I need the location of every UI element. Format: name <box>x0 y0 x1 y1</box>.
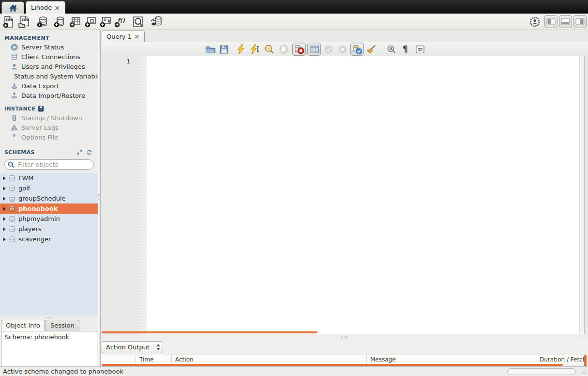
create-function-button[interactable]: f() <box>113 15 127 29</box>
toggle-left-sidebar-button[interactable] <box>544 15 558 28</box>
save-script-button[interactable] <box>218 43 230 55</box>
toggle-output-area-button[interactable] <box>559 15 572 28</box>
stop-hand-icon <box>279 44 289 54</box>
editor-vertical-scrollbar[interactable] <box>579 56 584 334</box>
limit-rows-button[interactable] <box>307 43 321 56</box>
expander-icon[interactable] <box>3 187 6 190</box>
window-resize-grip-icon[interactable] <box>580 368 587 375</box>
close-tab-icon[interactable]: × <box>54 4 60 11</box>
combo-spinner-icon[interactable] <box>153 342 163 353</box>
expander-icon[interactable] <box>3 207 6 211</box>
expand-schemas-icon[interactable] <box>76 149 82 155</box>
explain-button[interactable] <box>263 43 275 55</box>
output-view-label: Action Output <box>102 344 153 351</box>
tab-connection[interactable]: Linode × <box>26 1 65 14</box>
schema-row-groupschedule[interactable]: groupSchedule <box>0 193 98 204</box>
schema-row-players[interactable]: players <box>0 224 98 234</box>
sidebar-item-startup-shutdown[interactable]: Startup / Shutdown <box>0 113 98 123</box>
word-wrap-button[interactable] <box>414 43 426 55</box>
search-icon <box>8 161 15 168</box>
schema-inspector-icon: i <box>36 16 49 28</box>
search-table-data-button[interactable] <box>131 15 145 29</box>
editor-output-splitter[interactable] <box>101 334 588 340</box>
editor-fold-margin <box>140 56 147 334</box>
main-toolbar: SQL SQL i <box>0 14 588 30</box>
create-table-button[interactable] <box>68 15 82 29</box>
query-tab-label: Query 1 <box>106 33 132 40</box>
tab-home[interactable] <box>1 1 24 14</box>
schema-filter-input[interactable] <box>17 160 90 169</box>
output-table-header: Time Action Message Duration / Fetch <box>101 355 585 364</box>
sidebar-item-data-export[interactable]: Data Export <box>0 81 98 91</box>
tab-query-1[interactable]: Query 1 × <box>102 30 145 42</box>
expander-icon[interactable] <box>3 217 6 221</box>
create-table-icon <box>69 16 81 28</box>
open-script-button[interactable] <box>204 43 216 55</box>
commit-button[interactable] <box>322 43 334 55</box>
open-sql-script-button[interactable]: SQL <box>17 15 31 29</box>
sidebar-item-users-privileges[interactable]: Users and Privileges <box>0 62 98 71</box>
close-query-tab-icon[interactable]: × <box>134 33 140 40</box>
sidebar-item-label: Users and Privileges <box>21 63 85 70</box>
sidebar-item-system-variables[interactable]: Status and System Variables <box>0 71 98 81</box>
create-procedure-button[interactable] <box>99 15 112 29</box>
beautify-button[interactable] <box>365 43 377 55</box>
schema-row-scavenger[interactable]: scavenger <box>0 234 98 244</box>
section-label: INSTANCE <box>4 106 35 112</box>
expander-icon[interactable] <box>3 176 6 180</box>
invisible-characters-button[interactable]: ¶ <box>399 43 411 55</box>
reconnect-dbms-button[interactable] <box>149 15 163 29</box>
output-column-index[interactable] <box>114 355 136 364</box>
sidebar-item-client-connections[interactable]: Client Connections <box>0 52 98 62</box>
sidebar-item-options-file[interactable]: Options File <box>0 132 98 142</box>
expander-icon[interactable] <box>3 197 6 201</box>
output-column-message[interactable]: Message <box>367 355 536 364</box>
new-sql-tab-button[interactable]: SQL <box>2 15 15 29</box>
execute-current-button[interactable] <box>249 43 261 55</box>
toggle-right-sidebar-button[interactable] <box>573 15 587 28</box>
tab-session[interactable]: Session <box>45 320 79 331</box>
schema-name: phonebook <box>18 205 58 212</box>
output-horizontal-scrollbar[interactable] <box>102 364 563 366</box>
schema-row-phonebook[interactable]: phonebook <box>0 204 98 214</box>
sidebar-item-server-status[interactable]: Server Status <box>0 42 98 52</box>
schema-database-icon <box>9 236 15 243</box>
users-icon <box>11 63 18 70</box>
section-label: MANAGEMENT <box>4 35 49 41</box>
stop-button[interactable] <box>278 43 290 55</box>
expander-icon[interactable] <box>3 227 6 231</box>
execute-button[interactable] <box>235 43 247 55</box>
sql-editor[interactable]: 1 <box>101 56 585 334</box>
output-column-duration[interactable]: Duration / Fetch <box>536 355 585 364</box>
output-column-status[interactable] <box>101 355 114 364</box>
toggle-autocommit-button[interactable] <box>350 43 364 56</box>
svg-text:SQL: SQL <box>22 18 29 22</box>
create-view-button[interactable] <box>84 15 97 29</box>
sidebar-item-server-logs[interactable]: Server Logs <box>0 123 98 132</box>
tab-object-info[interactable]: Object Info <box>1 320 45 331</box>
schema-row-golf[interactable]: golf <box>0 183 98 193</box>
schemas-section-title: SCHEMAS <box>0 148 98 157</box>
create-schema-button[interactable] <box>53 15 66 29</box>
options-file-icon <box>11 134 18 141</box>
sidebar-panel-splitter[interactable] <box>0 315 98 319</box>
expander-icon[interactable] <box>3 237 6 241</box>
client-connections-icon <box>11 53 18 61</box>
status-message: Active schema changed to phonebook <box>0 368 123 375</box>
toggle-right-sidebar-icon <box>575 18 585 25</box>
schema-row-phpmyadmin[interactable]: phpmyadmin <box>0 214 98 224</box>
output-vertical-scrollbar[interactable] <box>584 355 587 366</box>
rollback-button[interactable] <box>336 43 348 55</box>
output-column-action[interactable]: Action <box>172 355 367 364</box>
schema-inspector-button[interactable]: i <box>36 15 49 29</box>
schema-row-fwm[interactable]: FWM <box>0 173 98 183</box>
find-button[interactable]: A <box>385 43 397 55</box>
output-column-time[interactable]: Time <box>136 355 172 364</box>
enterprise-features-button[interactable] <box>528 15 542 29</box>
toggle-stop-on-error-button[interactable] <box>292 43 306 56</box>
sidebar-item-label: Status and System Variables <box>14 73 98 80</box>
output-view-selector[interactable]: Action Output <box>102 341 163 353</box>
refresh-schemas-icon[interactable] <box>86 149 92 156</box>
sidebar-item-data-import[interactable]: Data Import/Restore <box>0 91 98 100</box>
editor-horizontal-scrollbar[interactable] <box>102 331 317 333</box>
